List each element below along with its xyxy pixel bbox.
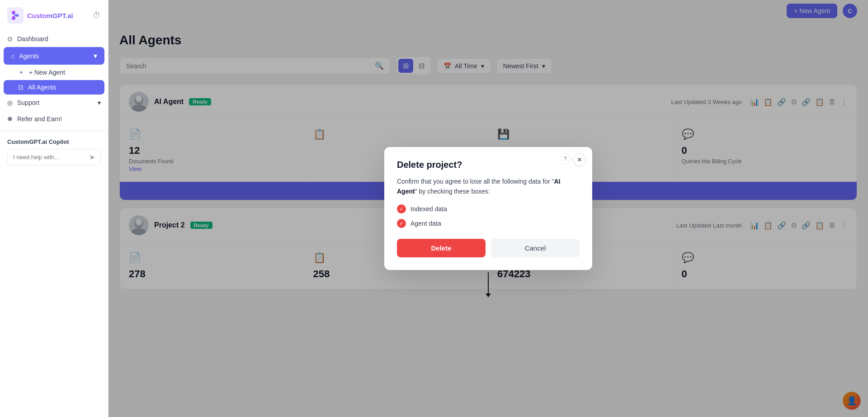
copilot-input-wrap: ➤ [7,149,101,166]
logo-icon [7,7,24,24]
new-agent-label: + New Agent [29,69,65,76]
agents-label-left: ⌂ Agents [11,52,39,60]
cancel-button[interactable]: Cancel [491,239,580,257]
logo-text: CustomGPT.ai [27,12,73,19]
svg-point-1 [12,11,15,14]
clock-icon[interactable]: ⏱ [93,11,101,20]
sidebar-item-label: Dashboard [17,35,48,43]
delete-button[interactable]: Delete [397,239,486,257]
sidebar-item-all-agents[interactable]: ⊡ All Agents [4,80,104,95]
svg-rect-0 [7,7,24,24]
copilot-input[interactable] [13,154,89,161]
modal-description: Confirm that you agree to lose all the f… [397,176,580,197]
checkbox-label-indexed: Indexed data [410,205,447,213]
chevron-down-icon: ▾ [94,52,97,60]
modal-arrow [488,272,489,297]
sidebar-item-support[interactable]: ◎ Support ▾ [0,95,108,111]
refer-label: Refer and Earn! [17,115,62,123]
modal-title: Delete project? [397,160,580,170]
agents-icon: ⌂ [11,52,14,60]
modal-agent-name: AI Agent [397,178,560,195]
agents-label: Agents [19,52,39,60]
support-left: ◎ Support [7,99,39,106]
support-label: Support [17,99,39,106]
modal-close-button[interactable]: ✕ [573,153,586,166]
modal-overlay[interactable]: ✕ ? Delete project? Confirm that you agr… [108,0,868,417]
logo-left: CustomGPT.ai [7,7,73,24]
checkbox-indexed: ✓ Indexed data [397,204,580,213]
checkbox-agent-data: ✓ Agent data [397,219,580,228]
plus-icon: ＋ [18,68,24,76]
main-area: + New Agent C All Agents 🔍 ⊞ ⊟ 📅 All Tim… [108,0,868,417]
copilot-label: CustomGPT.ai Copilot [7,138,101,145]
refer-icon: ❋ [7,115,13,123]
sidebar-item-dashboard[interactable]: ⊙ Dashboard [0,31,108,47]
send-icon[interactable]: ➤ [89,153,95,161]
copilot-section: CustomGPT.ai Copilot ➤ [0,135,108,169]
sidebar-item-new-agent[interactable]: ＋ + New Agent [0,65,108,80]
checkbox-checked-indexed[interactable]: ✓ [397,204,406,213]
sidebar-logo: CustomGPT.ai ⏱ [0,7,108,31]
sidebar: CustomGPT.ai ⏱ ⊙ Dashboard ⌂ Agents ▾ ＋ … [0,0,108,417]
sidebar-item-agents[interactable]: ⌂ Agents ▾ [4,47,104,65]
sidebar-divider [0,131,108,131]
dashboard-icon: ⊙ [7,35,13,43]
checkbox-label-agent-data: Agent data [410,220,441,227]
support-chevron-icon: ▾ [98,99,101,106]
modal-actions: Delete Cancel [397,239,580,257]
support-icon: ◎ [7,99,13,106]
sidebar-item-refer[interactable]: ❋ Refer and Earn! [0,111,108,127]
checkbox-checked-agent-data[interactable]: ✓ [397,219,406,228]
modal-help-button[interactable]: ? [560,153,571,164]
all-agents-icon: ⊡ [18,84,24,91]
svg-point-3 [12,16,15,20]
delete-modal: ✕ ? Delete project? Confirm that you agr… [384,147,592,270]
all-agents-label: All Agents [28,84,56,91]
